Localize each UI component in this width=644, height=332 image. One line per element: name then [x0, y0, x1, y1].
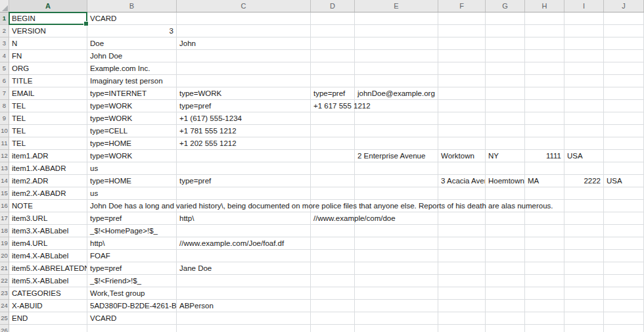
cell-E1[interactable] [355, 12, 438, 25]
cell-D4[interactable] [311, 50, 355, 62]
cell-C2[interactable] [177, 25, 311, 37]
cell-H4[interactable] [525, 50, 564, 62]
cell-G19[interactable] [486, 237, 525, 250]
cell-J26[interactable] [604, 325, 644, 332]
cell-G26[interactable] [486, 325, 525, 332]
cell-H9[interactable] [525, 112, 564, 125]
cell-E26[interactable] [355, 325, 438, 332]
cell-I21[interactable] [564, 262, 604, 275]
cell-I3[interactable] [564, 37, 604, 50]
row-header-8[interactable]: 8 [0, 100, 9, 112]
cell-E15[interactable] [355, 187, 438, 200]
row-header-3[interactable]: 3 [0, 37, 9, 50]
cell-J1[interactable] [604, 12, 644, 25]
column-header-E[interactable]: E [355, 0, 438, 12]
cell-D11[interactable] [311, 137, 355, 150]
row-header-7[interactable]: 7 [0, 87, 9, 100]
cell-I1[interactable] [564, 12, 604, 25]
cell-G13[interactable] [486, 162, 525, 175]
select-all-corner[interactable] [0, 0, 9, 12]
cell-J15[interactable] [604, 187, 644, 200]
cell-D6[interactable] [311, 75, 355, 87]
cell-G18[interactable] [486, 225, 525, 237]
cell-I9[interactable] [564, 112, 604, 125]
cell-G15[interactable] [486, 187, 525, 200]
cell-D15[interactable] [311, 187, 355, 200]
cell-C6[interactable] [177, 75, 311, 87]
cell-G5[interactable] [486, 62, 525, 75]
cell-J21[interactable] [604, 262, 644, 275]
cell-I10[interactable] [564, 125, 604, 137]
cell-C25[interactable] [177, 312, 311, 325]
cell-I13[interactable] [564, 162, 604, 175]
cell-I7[interactable] [564, 87, 604, 100]
cell-G7[interactable] [486, 87, 525, 100]
cell-G22[interactable] [486, 275, 525, 287]
cell-I22[interactable] [564, 275, 604, 287]
cell-H3[interactable] [525, 37, 564, 50]
cell-D23[interactable] [311, 287, 355, 300]
cell-J8[interactable] [604, 100, 644, 112]
cell-G3[interactable] [486, 37, 525, 50]
cell-G2[interactable] [486, 25, 525, 37]
cell-J19[interactable] [604, 237, 644, 250]
cell-I16[interactable] [564, 200, 604, 212]
cell-D22[interactable] [311, 275, 355, 287]
row-header-4[interactable]: 4 [0, 50, 9, 62]
cell-H7[interactable] [525, 87, 564, 100]
cell-J3[interactable] [604, 37, 644, 50]
column-header-A[interactable]: A [9, 0, 87, 12]
cell-I11[interactable] [564, 137, 604, 150]
cell-E19[interactable] [355, 237, 438, 250]
cell-G20[interactable] [486, 250, 525, 262]
cell-J18[interactable] [604, 225, 644, 237]
cell-D25[interactable] [311, 312, 355, 325]
row-header-24[interactable]: 24 [0, 300, 9, 312]
row-header-17[interactable]: 17 [0, 212, 9, 225]
row-header-12[interactable]: 12 [0, 150, 9, 162]
cell-H19[interactable] [525, 237, 564, 250]
cell-H26[interactable] [525, 325, 564, 332]
cell-F25[interactable] [438, 312, 486, 325]
cell-C26[interactable] [177, 325, 311, 332]
cell-J23[interactable] [604, 287, 644, 300]
cell-J13[interactable] [604, 162, 644, 175]
row-header-25[interactable]: 25 [0, 312, 9, 325]
cell-I8[interactable] [564, 100, 604, 112]
cell-D10[interactable] [311, 125, 355, 137]
cell-I2[interactable] [564, 25, 604, 37]
row-header-26[interactable]: 26 [0, 325, 9, 332]
cell-F8[interactable] [438, 100, 486, 112]
row-header-2[interactable]: 2 [0, 25, 9, 37]
row-header-6[interactable]: 6 [0, 75, 9, 87]
cell-F5[interactable] [438, 62, 486, 75]
cell-H10[interactable] [525, 125, 564, 137]
cell-G8[interactable] [486, 100, 525, 112]
cell-B15[interactable] [87, 187, 177, 200]
cell-J20[interactable] [604, 250, 644, 262]
cell-J22[interactable] [604, 275, 644, 287]
cell-D2[interactable] [311, 25, 355, 37]
cell-G24[interactable] [486, 300, 525, 312]
row-header-13[interactable]: 13 [0, 162, 9, 175]
cell-F2[interactable] [438, 25, 486, 37]
cell-J12[interactable] [604, 150, 644, 162]
cell-E3[interactable] [355, 37, 438, 50]
cell-F15[interactable] [438, 187, 486, 200]
cell-C15[interactable] [177, 187, 311, 200]
cell-H22[interactable] [525, 275, 564, 287]
cell-C22[interactable] [177, 275, 311, 287]
row-header-22[interactable]: 22 [0, 275, 9, 287]
cell-D1[interactable] [311, 12, 355, 25]
cell-I18[interactable] [564, 225, 604, 237]
cell-F6[interactable] [438, 75, 486, 87]
column-header-H[interactable]: H [525, 0, 564, 12]
cell-J10[interactable] [604, 125, 644, 137]
cell-C4[interactable] [177, 50, 311, 62]
cell-G17[interactable] [486, 212, 525, 225]
cell-I23[interactable] [564, 287, 604, 300]
row-header-23[interactable]: 23 [0, 287, 9, 300]
cell-F7[interactable] [438, 87, 486, 100]
cell-F20[interactable] [438, 250, 486, 262]
cell-C20[interactable] [177, 250, 311, 262]
